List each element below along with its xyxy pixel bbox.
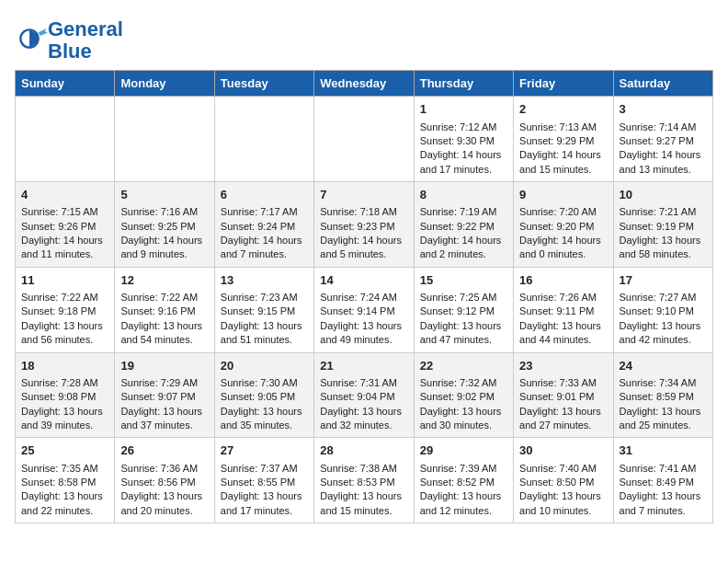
day-detail: Daylight: 14 hours and 9 minutes. [120,234,208,262]
calendar-week-row: 25Sunrise: 7:35 AMSunset: 8:58 PMDayligh… [16,438,713,523]
day-detail: Sunset: 9:15 PM [221,304,308,318]
day-detail: Daylight: 13 hours and 44 minutes. [519,319,607,348]
day-detail: Daylight: 13 hours and 25 minutes. [620,405,707,433]
day-number: 7 [320,187,407,203]
day-detail: Sunrise: 7:40 AM [519,462,607,476]
day-detail: Sunset: 9:26 PM [21,220,108,234]
weekday-header: Tuesday [214,71,313,97]
day-detail: Daylight: 13 hours and 17 minutes. [221,489,308,518]
day-detail: Sunset: 9:22 PM [420,220,507,234]
calendar-table: SundayMondayTuesdayWednesdayThursdayFrid… [15,70,713,523]
day-detail: Sunset: 9:23 PM [320,220,407,234]
day-detail: Daylight: 13 hours and 7 minutes. [620,489,707,518]
calendar-cell [314,97,414,182]
day-detail: Sunset: 8:59 PM [620,390,707,404]
logo: General Blue [15,18,123,63]
day-number: 17 [620,272,707,289]
day-number: 4 [21,187,108,203]
day-detail: Sunrise: 7:14 AM [620,121,707,134]
day-detail: Sunset: 8:52 PM [420,476,507,489]
weekday-header: Friday [514,71,613,97]
day-detail: Daylight: 14 hours and 0 minutes. [519,234,607,262]
day-detail: Sunrise: 7:22 AM [120,291,208,304]
day-detail: Sunset: 9:29 PM [519,134,607,148]
calendar-cell: 7Sunrise: 7:18 AMSunset: 9:23 PMDaylight… [314,182,414,268]
day-detail: Daylight: 13 hours and 39 minutes. [21,405,108,433]
weekday-header: Monday [115,71,214,97]
day-detail: Sunset: 9:01 PM [519,390,607,404]
calendar-cell: 1Sunrise: 7:12 AMSunset: 9:30 PMDaylight… [414,97,513,182]
calendar-cell: 27Sunrise: 7:37 AMSunset: 8:55 PMDayligh… [214,438,313,523]
day-detail: Daylight: 14 hours and 5 minutes. [320,234,407,262]
day-detail: Sunrise: 7:19 AM [420,205,507,219]
calendar-header-row: SundayMondayTuesdayWednesdayThursdayFrid… [16,71,713,97]
day-number: 12 [120,272,208,289]
day-detail: Sunrise: 7:21 AM [620,205,707,219]
day-detail: Daylight: 14 hours and 13 minutes. [620,148,707,177]
calendar-cell [16,97,115,182]
day-detail: Daylight: 13 hours and 42 minutes. [620,319,707,348]
day-detail: Daylight: 13 hours and 47 minutes. [420,319,507,348]
calendar-week-row: 1Sunrise: 7:12 AMSunset: 9:30 PMDaylight… [16,97,713,182]
day-number: 25 [21,442,108,459]
day-detail: Daylight: 13 hours and 30 minutes. [420,405,507,433]
day-detail: Daylight: 13 hours and 22 minutes. [21,489,108,518]
day-detail: Sunset: 9:10 PM [620,304,707,318]
day-detail: Sunset: 8:56 PM [120,476,208,489]
day-detail: Sunrise: 7:33 AM [519,376,607,390]
day-number: 27 [221,442,308,459]
day-detail: Daylight: 13 hours and 49 minutes. [320,319,407,348]
day-detail: Sunrise: 7:15 AM [21,205,108,219]
day-number: 13 [221,272,308,289]
calendar-cell: 6Sunrise: 7:17 AMSunset: 9:24 PMDaylight… [214,182,313,268]
day-detail: Sunset: 9:02 PM [420,390,507,404]
day-detail: Sunset: 9:11 PM [519,304,607,318]
day-detail: Sunset: 8:55 PM [221,476,308,489]
day-number: 22 [420,358,507,374]
day-detail: Sunset: 9:07 PM [120,390,208,404]
day-number: 11 [21,272,108,289]
day-detail: Sunset: 8:49 PM [620,476,707,489]
day-number: 24 [620,358,707,374]
day-detail: Sunset: 9:05 PM [221,390,308,404]
day-detail: Sunrise: 7:38 AM [320,462,407,476]
day-number: 18 [21,358,108,374]
day-detail: Sunrise: 7:29 AM [120,376,208,390]
logo-text: General Blue [48,18,123,63]
day-number: 29 [420,442,507,459]
day-detail: Sunset: 9:25 PM [120,220,208,234]
calendar-cell: 21Sunrise: 7:31 AMSunset: 9:04 PMDayligh… [314,352,414,438]
day-detail: Daylight: 13 hours and 58 minutes. [620,234,707,262]
day-detail: Sunset: 9:08 PM [21,390,108,404]
day-detail: Sunrise: 7:26 AM [519,291,607,304]
day-detail: Sunset: 9:24 PM [221,220,308,234]
calendar-cell: 24Sunrise: 7:34 AMSunset: 8:59 PMDayligh… [613,352,712,438]
day-detail: Sunset: 9:16 PM [120,304,208,318]
day-number: 9 [519,187,607,203]
day-detail: Sunrise: 7:13 AM [519,121,607,134]
calendar-cell: 22Sunrise: 7:32 AMSunset: 9:02 PMDayligh… [414,352,513,438]
calendar-week-row: 11Sunrise: 7:22 AMSunset: 9:18 PMDayligh… [16,267,713,352]
calendar-cell: 26Sunrise: 7:36 AMSunset: 8:56 PMDayligh… [115,438,214,523]
day-detail: Sunrise: 7:30 AM [221,376,308,390]
day-number: 19 [120,358,208,374]
day-detail: Daylight: 14 hours and 7 minutes. [221,234,308,262]
calendar-cell: 19Sunrise: 7:29 AMSunset: 9:07 PMDayligh… [115,352,214,438]
calendar-cell: 2Sunrise: 7:13 AMSunset: 9:29 PMDaylight… [514,97,613,182]
day-detail: Daylight: 13 hours and 51 minutes. [221,319,308,348]
day-number: 14 [320,272,407,289]
calendar-cell: 4Sunrise: 7:15 AMSunset: 9:26 PMDaylight… [16,182,115,268]
day-detail: Daylight: 14 hours and 17 minutes. [420,148,507,177]
day-number: 31 [620,442,707,459]
day-detail: Sunrise: 7:16 AM [120,205,208,219]
day-detail: Sunset: 8:58 PM [21,476,108,489]
calendar-cell: 18Sunrise: 7:28 AMSunset: 9:08 PMDayligh… [16,352,115,438]
day-detail: Daylight: 14 hours and 15 minutes. [519,148,607,177]
day-detail: Sunset: 9:14 PM [320,304,407,318]
calendar-cell: 12Sunrise: 7:22 AMSunset: 9:16 PMDayligh… [115,267,214,352]
day-number: 6 [221,187,308,203]
day-detail: Daylight: 13 hours and 37 minutes. [120,405,208,433]
day-detail: Sunset: 9:30 PM [420,134,507,148]
page-header: General Blue [15,15,713,63]
calendar-cell: 9Sunrise: 7:20 AMSunset: 9:20 PMDaylight… [514,182,613,268]
